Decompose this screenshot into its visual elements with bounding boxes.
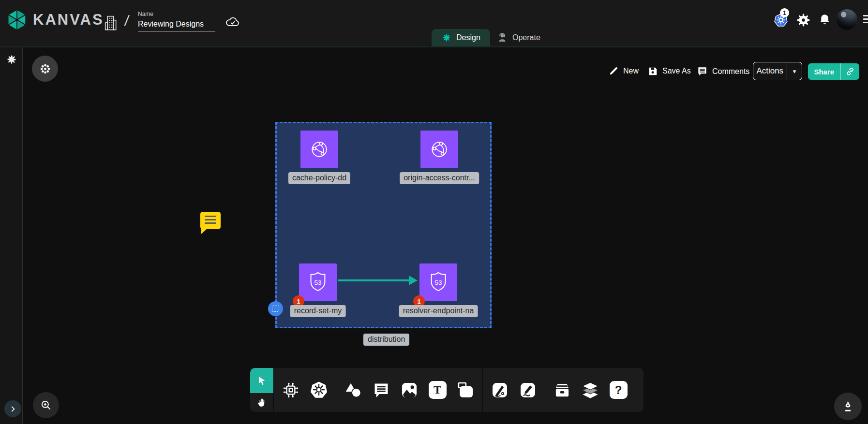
name-field-label: Name: [138, 11, 216, 17]
help-tool[interactable]: ?: [608, 380, 629, 401]
design-flower-icon: [441, 32, 452, 43]
dashed-square-icon: [272, 306, 279, 312]
organization-icon[interactable]: [103, 14, 119, 33]
pen-tool[interactable]: [489, 380, 510, 401]
actions-label: Actions: [753, 66, 787, 76]
pan-hand-tool[interactable]: [250, 393, 273, 412]
pen-path-icon: [490, 380, 509, 400]
comment-bubble-icon: [372, 381, 390, 399]
meshery-logo-icon[interactable]: [5, 53, 18, 68]
layers-tool[interactable]: [580, 380, 601, 401]
pencil-tool[interactable]: [517, 380, 539, 401]
node-label[interactable]: resolver-endpoint-na: [399, 305, 478, 317]
image-tool[interactable]: [399, 380, 420, 401]
frame-icon: [456, 380, 475, 400]
text-tool-glyph: T: [434, 383, 441, 396]
route53-shield-icon: 53: [305, 270, 330, 295]
caret-down-icon[interactable]: ▾: [787, 68, 802, 75]
group-selection-handle[interactable]: [268, 301, 283, 316]
link-icon: [845, 67, 855, 76]
breadcrumb-separator: /: [124, 13, 130, 29]
save-as-button[interactable]: Save As: [647, 66, 691, 76]
toolbar-group-infra: [274, 368, 336, 412]
text-tool[interactable]: T: [427, 380, 448, 401]
bell-icon: [818, 13, 832, 27]
toolbar-group-library: ?: [545, 368, 635, 412]
cursor-arrow-icon: [256, 375, 267, 386]
shapes-icon: [344, 380, 363, 400]
component-tool[interactable]: [280, 380, 301, 401]
actions-dropdown-button[interactable]: Actions ▾: [753, 62, 802, 80]
tab-design-label: Design: [456, 33, 480, 42]
gear-icon: [796, 13, 811, 28]
node-resolver-endpoint[interactable]: 53 1 resolver-endpoint-na: [419, 263, 457, 301]
zoom-button[interactable]: [33, 392, 59, 418]
left-sidebar: [0, 47, 23, 424]
tab-operate-label: Operate: [512, 33, 540, 42]
new-button-label: New: [623, 67, 639, 75]
dock-menu-button[interactable]: [32, 56, 58, 82]
text-tool-square: T: [429, 381, 447, 399]
brand-name: KANVAS: [33, 11, 104, 29]
node-label[interactable]: record-set-my: [290, 305, 346, 317]
new-button[interactable]: New: [609, 66, 639, 76]
edge-record-to-resolver[interactable]: [338, 279, 410, 281]
cloudfront-globe-icon: [427, 137, 452, 162]
comment-pin[interactable]: [200, 212, 221, 229]
help-tool-square: ?: [610, 381, 628, 399]
shapes-tool[interactable]: [343, 380, 364, 401]
kubernetes-context-button[interactable]: 1: [773, 13, 789, 28]
cloudfront-globe-icon: [307, 137, 332, 162]
kubernetes-context-badge: 1: [780, 8, 789, 17]
kubernetes-tool[interactable]: [308, 380, 329, 401]
user-avatar[interactable]: [837, 9, 857, 30]
canvas-toolbar: T: [250, 368, 644, 412]
edge-arrowhead: [409, 276, 418, 285]
cursor-select-tool[interactable]: [250, 368, 273, 393]
help-tool-glyph: ?: [615, 383, 622, 397]
kanvas-logo[interactable]: KANVAS: [6, 9, 104, 31]
expand-sidebar-button[interactable]: [4, 400, 21, 417]
notifications-button[interactable]: [818, 13, 832, 27]
comments-button[interactable]: Comments: [697, 66, 749, 77]
settings-button[interactable]: [796, 13, 811, 28]
comments-icon: [697, 66, 708, 77]
chevron-right-icon: [10, 406, 16, 412]
magnifier-plus-icon: [40, 399, 52, 411]
pen-nib-button[interactable]: [834, 393, 862, 420]
node-cache-policy[interactable]: cache-policy-dd: [300, 131, 338, 168]
image-icon: [400, 380, 419, 400]
share-button[interactable]: Share: [808, 63, 859, 80]
archive-tool[interactable]: [552, 380, 573, 401]
frame-tool[interactable]: [455, 380, 476, 401]
component-circuit-icon: [281, 380, 300, 400]
tab-operate[interactable]: Operate: [487, 29, 550, 46]
design-name-field: Name: [138, 11, 216, 31]
route53-shield-icon: 53: [426, 270, 451, 295]
hand-icon: [256, 397, 268, 409]
copy-link-button[interactable]: [841, 67, 859, 76]
node-label[interactable]: origin-access-contr...: [400, 172, 479, 184]
flower-dock-icon: [39, 62, 52, 75]
toolbar-group-annotate: T: [336, 368, 482, 412]
node-origin-access-control[interactable]: origin-access-contr...: [420, 131, 458, 168]
tab-design[interactable]: Design: [432, 29, 490, 46]
app-header: KANVAS / Name: [0, 0, 868, 47]
pencil-icon: [609, 66, 619, 76]
node-record-set[interactable]: 53 1 record-set-my: [299, 263, 337, 301]
node-label[interactable]: cache-policy-dd: [288, 172, 350, 184]
select-tool-column: [250, 368, 273, 412]
saved-cloud-icon: [224, 14, 241, 30]
pencil-scribble-icon: [518, 380, 538, 400]
archive-drawer-icon: [552, 380, 572, 400]
pen-nib-icon: [841, 400, 854, 413]
kanvas-hexagon-icon: [6, 9, 28, 31]
svg-text:53: 53: [314, 279, 321, 286]
toolbar-group-draw: [483, 368, 545, 412]
layers-icon: [580, 380, 600, 400]
design-name-input[interactable]: [138, 19, 215, 31]
group-label[interactable]: distribution: [363, 334, 409, 346]
comment-tool[interactable]: [371, 380, 392, 401]
svg-text:53: 53: [434, 279, 442, 286]
menu-icon[interactable]: [863, 15, 868, 23]
